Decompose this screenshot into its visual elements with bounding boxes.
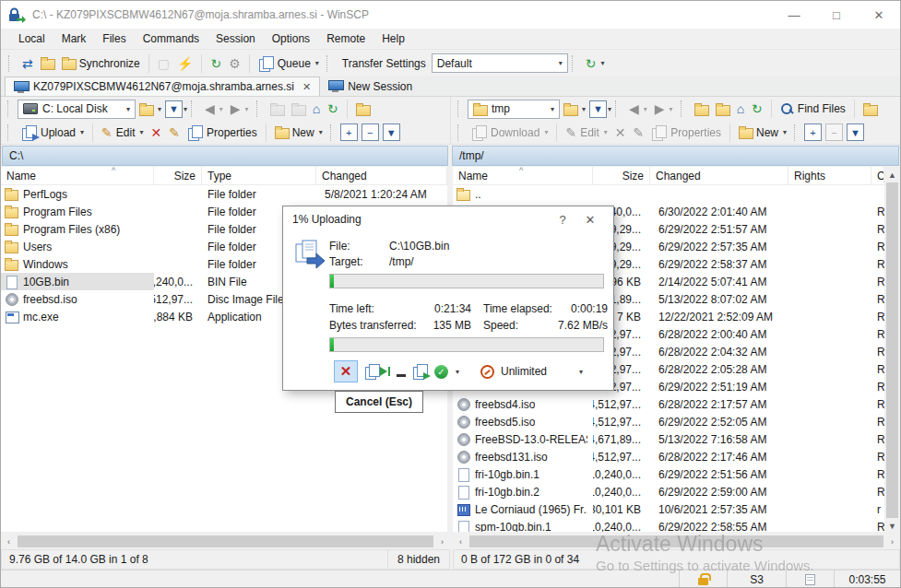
- local-directory-tree-button[interactable]: [352, 100, 373, 118]
- compare-directories-button[interactable]: ⇄: [18, 54, 37, 73]
- menu-help[interactable]: Help: [373, 30, 413, 47]
- remote-back-button[interactable]: ◀▾: [625, 100, 651, 118]
- remote-delete-button[interactable]: ✕: [611, 123, 630, 142]
- column-header-changed[interactable]: Changed: [316, 167, 447, 184]
- dialog-help-button[interactable]: ?: [549, 213, 576, 227]
- file-row[interactable]: fri-10gb.bin.210,240,0...6/29/2022 2:59:…: [453, 483, 884, 500]
- column-header-rights[interactable]: Rights: [788, 167, 871, 184]
- synchronize-button[interactable]: Synchronize: [58, 54, 144, 73]
- remote-filter-button[interactable]: ▼: [589, 100, 607, 118]
- file-row[interactable]: PerfLogsFile folder5/8/2021 1:20:24 AM: [1, 185, 447, 203]
- properties-button[interactable]: Properties: [184, 123, 261, 143]
- protocol-status[interactable]: S3: [727, 570, 786, 588]
- file-row[interactable]: fri-10gb.bin.110,240,0...6/29/2022 2:51:…: [453, 465, 884, 483]
- scroll-down-icon[interactable]: ▼: [884, 518, 900, 534]
- scroll-left-icon[interactable]: ‹: [1, 534, 17, 549]
- local-root-directory-button[interactable]: [288, 100, 309, 118]
- find-files-button[interactable]: Find Files: [777, 100, 849, 119]
- remote-edit-button[interactable]: ✎ Edit ▾: [562, 123, 611, 142]
- local-back-button[interactable]: ◀▾: [201, 100, 227, 118]
- edit-button[interactable]: ✎ Edit ▾: [98, 123, 147, 142]
- refresh-session-button[interactable]: ↻: [207, 54, 225, 73]
- console-button[interactable]: ▢: [154, 54, 173, 73]
- transfer-in-background-button[interactable]: [412, 364, 428, 379]
- remote-select-add-button[interactable]: +: [804, 123, 822, 141]
- remote-horizontal-scrollbar[interactable]: ‹ ›: [453, 534, 900, 549]
- transfer-settings-select[interactable]: Default ▾: [432, 53, 568, 73]
- synchronize-transfer-settings-button[interactable]: ↻ ▾: [582, 54, 609, 73]
- remote-path-bar[interactable]: /tmp/: [452, 146, 899, 166]
- file-row[interactable]: freebsd4.iso4,512,97...6/28/2022 2:17:57…: [453, 395, 884, 413]
- speed-limit-value[interactable]: Unlimited: [501, 365, 547, 378]
- scroll-right-icon[interactable]: ›: [884, 534, 900, 549]
- transfer-options-button[interactable]: ✓: [434, 365, 448, 379]
- select-add-button[interactable]: +: [340, 123, 358, 141]
- session-tab[interactable]: KZ079PIXSCBMW4612N67@moja.shramba.arnes.…: [5, 76, 320, 96]
- file-row[interactable]: ..: [453, 185, 884, 203]
- new-button[interactable]: New ▾: [271, 123, 326, 142]
- menu-options[interactable]: Options: [264, 30, 318, 47]
- remote-vertical-scrollbar[interactable]: ▲ ▼: [884, 167, 900, 534]
- preferences-button[interactable]: ⚙: [225, 54, 244, 73]
- session-duration[interactable]: 0:03:55: [834, 570, 900, 588]
- local-hidden-count[interactable]: 8 hidden: [387, 550, 449, 569]
- menu-local[interactable]: Local: [10, 30, 53, 47]
- close-button[interactable]: ✕: [858, 1, 900, 29]
- local-open-directory-button[interactable]: ▾: [136, 100, 165, 118]
- local-parent-directory-button[interactable]: [267, 100, 288, 118]
- column-header-owner[interactable]: C: [871, 167, 884, 184]
- speed-limit-dropdown-icon[interactable]: ▾: [579, 368, 583, 376]
- upload-button[interactable]: Upload ▾: [18, 123, 88, 143]
- scroll-right-icon[interactable]: ›: [434, 534, 450, 549]
- file-row[interactable]: freebsd5.iso4,512,97...6/29/2022 2:52:05…: [453, 413, 884, 430]
- remote-rename-button[interactable]: ✎: [630, 123, 648, 142]
- encryption-status[interactable]: [679, 570, 727, 588]
- remote-directory-tree-button[interactable]: [860, 100, 881, 118]
- remote-parent-directory-button[interactable]: [691, 100, 712, 118]
- scrollbar-thumb[interactable]: [469, 535, 883, 547]
- remote-home-directory-button[interactable]: ⌂: [733, 100, 748, 118]
- dialog-title-bar[interactable]: 1% Uploading ? ✕: [283, 206, 613, 232]
- cancel-button[interactable]: ✕: [334, 360, 358, 382]
- column-header-name[interactable]: Name: [1, 167, 154, 184]
- local-horizontal-scrollbar[interactable]: ‹ ›: [1, 534, 450, 549]
- column-header-type[interactable]: Type: [202, 167, 316, 184]
- scrollbar-thumb[interactable]: [18, 535, 433, 547]
- scroll-left-icon[interactable]: ‹: [453, 534, 468, 549]
- remote-new-button[interactable]: New ▾: [735, 123, 790, 142]
- remote-select-remove-button[interactable]: −: [825, 123, 843, 141]
- download-button[interactable]: Download ▾: [468, 123, 551, 143]
- column-header-size[interactable]: Size: [593, 167, 650, 184]
- select-remove-button[interactable]: −: [362, 123, 379, 141]
- new-session-tab[interactable]: New Session: [320, 76, 421, 96]
- invert-selection-button[interactable]: ▼: [383, 123, 400, 141]
- local-forward-button[interactable]: ▶▾: [227, 100, 253, 118]
- local-home-directory-button[interactable]: ⌂: [309, 100, 324, 118]
- remote-directory-select[interactable]: tmp ▾: [468, 100, 560, 119]
- delete-button[interactable]: ✕: [147, 123, 165, 142]
- transfer-options-dropdown-icon[interactable]: ▾: [456, 368, 459, 376]
- menu-commands[interactable]: Commands: [135, 30, 207, 47]
- file-row[interactable]: freebsd131.iso4,512,97...6/28/2022 2:17:…: [453, 448, 884, 465]
- menu-mark[interactable]: Mark: [53, 30, 95, 47]
- remote-forward-button[interactable]: ▶▾: [651, 100, 677, 118]
- rename-button[interactable]: ✎: [165, 123, 184, 142]
- remote-open-directory-button[interactable]: ▾: [560, 100, 589, 118]
- local-refresh-button[interactable]: ↻: [324, 100, 342, 118]
- file-row[interactable]: spm-10gb.bin.110,240,0...6/29/2022 2:58:…: [453, 518, 884, 532]
- menu-session[interactable]: Session: [207, 30, 264, 47]
- local-filter-button[interactable]: ▼: [165, 100, 183, 118]
- column-header-changed[interactable]: Changed: [650, 167, 788, 184]
- remote-command-button[interactable]: ⚡: [173, 54, 196, 73]
- column-header-size[interactable]: Size: [154, 167, 202, 184]
- menu-files[interactable]: Files: [94, 30, 134, 47]
- maximize-button[interactable]: □: [815, 1, 858, 29]
- close-tab-icon[interactable]: ✕: [302, 81, 311, 93]
- menu-remote[interactable]: Remote: [318, 30, 373, 47]
- remote-root-directory-button[interactable]: [712, 100, 733, 118]
- synchronize-browsing-button[interactable]: [37, 54, 58, 72]
- notes-status[interactable]: [786, 570, 834, 588]
- file-row[interactable]: FreeBSD-13.0-RELEAS...4,671,89...5/13/20…: [453, 430, 884, 448]
- scrollbar-thumb[interactable]: [886, 182, 898, 518]
- remote-refresh-button[interactable]: ↻: [748, 100, 766, 118]
